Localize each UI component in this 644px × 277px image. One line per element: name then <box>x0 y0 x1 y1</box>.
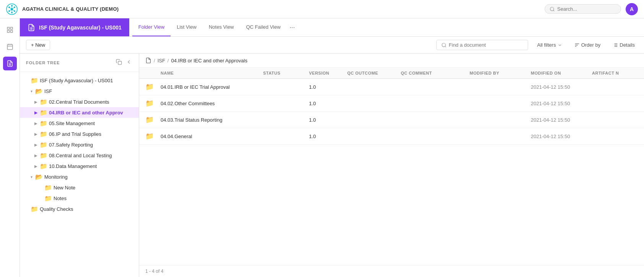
row-version: 1.0 <box>309 84 347 90</box>
svg-point-27 <box>442 43 445 46</box>
folder-icon: 📁 <box>40 98 47 106</box>
tree-item-monitoring[interactable]: ▾ 📂 Monitoring <box>20 171 139 182</box>
folder-icon: 📂 <box>35 88 43 95</box>
folder-icon: 📁 <box>31 205 38 213</box>
row-name: 04.04.General <box>161 134 263 139</box>
tree-item-safety[interactable]: ▶ 📁 07.Safety Reporting <box>20 139 139 150</box>
tree-label: 10.Data Management <box>49 163 97 169</box>
row-folder-icon: 📁 <box>145 99 161 108</box>
folder-icon: 📁 <box>40 141 47 148</box>
tab-list-view[interactable]: List View <box>171 18 203 36</box>
right-panel: / ISF / 04.IRB or IEC and other Approval… <box>139 54 644 277</box>
chevron-icon: ▶ <box>34 143 38 147</box>
search-bar[interactable] <box>545 4 621 14</box>
search-doc-icon <box>441 42 447 48</box>
row-modified-on: 2021-04-12 15:50 <box>531 134 592 139</box>
avatar[interactable]: A <box>626 3 638 15</box>
folder-tree-content: 📁 ISF (Study Agavascular) - US001 ▾ 📂 IS… <box>20 72 139 277</box>
result-count: 1 - 4 of 4 <box>139 265 644 277</box>
tree-label: Monitoring <box>44 174 68 180</box>
row-folder-icon: 📁 <box>145 83 161 91</box>
search-input[interactable] <box>557 6 611 12</box>
details-button[interactable]: Details <box>610 41 638 49</box>
tab-notes-view[interactable]: Notes View <box>203 18 240 36</box>
left-panel: FOLDER TREE <box>20 54 139 277</box>
svg-rect-16 <box>10 27 12 29</box>
breadcrumb: / ISF / 04.IRB or IEC and other Approval… <box>139 54 644 68</box>
tree-item-central-trial[interactable]: ▶ 📁 02.Central Trial Documents <box>20 96 139 107</box>
study-header: ISF (Study Agavascular) - US001 Folder V… <box>20 18 644 37</box>
folder-icon: 📁 <box>40 109 47 116</box>
copy-icon <box>116 59 122 65</box>
tree-label: 06.IP and Trial Supplies <box>49 131 101 137</box>
collapse-icon-button[interactable] <box>125 58 133 67</box>
folder-icon: 📂 <box>35 173 43 181</box>
folder-icon: 📁 <box>31 77 38 84</box>
row-version: 1.0 <box>309 101 347 106</box>
folder-icon: 📁 <box>44 195 52 202</box>
tree-label: New Note <box>54 185 75 191</box>
topbar-right: A <box>545 3 638 15</box>
table-row[interactable]: 📁 04.04.General 1.0 2021-04-12 15:50 <box>139 128 644 145</box>
tree-item-data-mgmt[interactable]: ▶ 📁 10.Data Management <box>20 161 139 171</box>
tree-item-site-mgmt[interactable]: ▶ 📁 05.Site Management <box>20 118 139 129</box>
sidebar-item-dashboard[interactable] <box>3 23 17 37</box>
col-version: Version <box>309 71 347 75</box>
tree-item-notes[interactable]: 📁 Notes <box>20 193 139 204</box>
new-button[interactable]: + New <box>26 40 50 50</box>
tree-item-central-local[interactable]: ▶ 📁 08.Central and Local Testing <box>20 150 139 161</box>
study-icon <box>28 24 35 31</box>
svg-point-2 <box>11 5 13 7</box>
sort-icon <box>574 42 580 48</box>
breadcrumb-isf-link[interactable]: ISF <box>158 58 165 64</box>
copy-icon-button[interactable] <box>115 58 123 67</box>
breadcrumb-separator: / <box>154 58 155 64</box>
table-row[interactable]: 📁 04.01.IRB or IEC Trial Approval 1.0 20… <box>139 79 644 95</box>
document-table: Name Status Version QC Outcome QC Commen… <box>139 68 644 265</box>
svg-point-5 <box>11 12 13 13</box>
collapse-icon <box>126 59 132 65</box>
chevron-icon: ▶ <box>34 111 38 115</box>
chevron-icon: ▾ <box>29 175 34 179</box>
app-title: AGATHA CLINICAL & QUALITY (DEMO) <box>22 6 119 12</box>
tree-item-isf[interactable]: ▾ 📂 ISF <box>20 86 139 96</box>
tree-item-new-note[interactable]: 📁 New Note <box>20 182 139 193</box>
tree-item-irb-iec[interactable]: ▶ 📁 04.IRB or IEC and other Approv <box>20 107 139 118</box>
tab-qc-failed-view[interactable]: QC Failed View <box>240 18 287 36</box>
folder-icon: 📁 <box>44 184 52 191</box>
tab-folder-view[interactable]: Folder View <box>132 18 171 36</box>
tree-label: Notes <box>54 196 67 201</box>
col-modified-on: Modified on <box>531 71 592 75</box>
find-document-input[interactable] <box>449 42 518 48</box>
row-name: 04.01.IRB or IEC Trial Approval <box>161 84 263 90</box>
table-row[interactable]: 📁 04.02.Other Committees 1.0 2021-04-12 … <box>139 95 644 112</box>
sidebar-item-calendar[interactable] <box>3 40 17 54</box>
order-by-button[interactable]: Order by <box>571 41 604 49</box>
row-version: 1.0 <box>309 134 347 139</box>
folder-icon: 📁 <box>40 163 47 170</box>
tree-item-ip-trial[interactable]: ▶ 📁 06.IP and Trial Supplies <box>20 129 139 139</box>
study-title: ISF (Study Agavascular) - US001 <box>39 24 122 31</box>
sidebar-icons <box>0 18 20 277</box>
tree-item-isf-root[interactable]: 📁 ISF (Study Agavascular) - US001 <box>20 75 139 86</box>
col-modified-by: Modified by <box>470 71 531 75</box>
sidebar-item-documents[interactable] <box>3 57 17 70</box>
breadcrumb-separator: / <box>168 58 169 64</box>
row-name: 04.02.Other Committees <box>161 101 263 106</box>
row-modified-on: 2021-04-12 15:50 <box>531 101 592 106</box>
chevron-icon: ▶ <box>34 100 38 104</box>
svg-rect-37 <box>118 61 122 65</box>
col-name: Name <box>161 71 263 75</box>
tree-item-quality-checks[interactable]: 📁 Quality Checks <box>20 204 139 214</box>
tree-label: 04.IRB or IEC and other Approv <box>49 110 123 116</box>
tree-label: ISF (Study Agavascular) - US001 <box>40 78 113 83</box>
table-row[interactable]: 📁 04.03.Trial Status Reporting 1.0 2021-… <box>139 112 644 128</box>
more-options-button[interactable]: ··· <box>287 24 298 31</box>
svg-rect-19 <box>7 44 13 50</box>
find-document-bar[interactable] <box>436 40 528 50</box>
toolbar-left: + New <box>26 40 50 50</box>
view-tabs: Folder View List View Notes View QC Fail… <box>129 18 301 36</box>
content-area: FOLDER TREE <box>20 54 644 277</box>
col-artifact: Artifact n <box>592 71 638 75</box>
all-filters-button[interactable]: All filters <box>534 41 565 49</box>
